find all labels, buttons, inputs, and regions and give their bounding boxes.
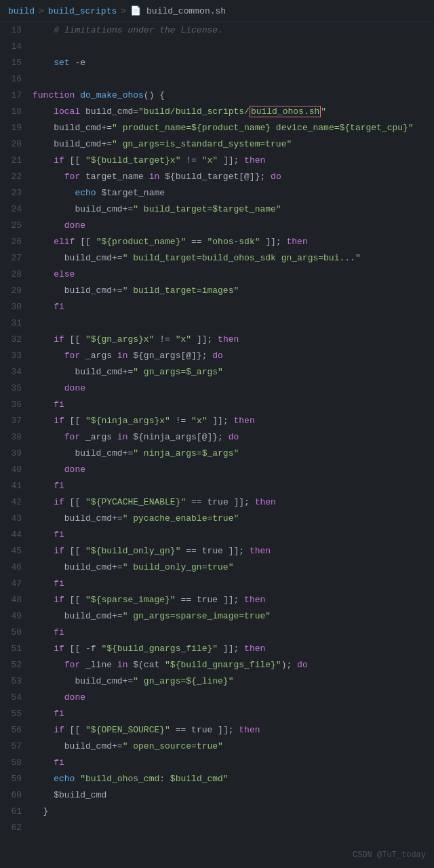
breadcrumb-part2[interactable]: build_scripts [48, 6, 117, 16]
line-number: 22 [0, 170, 33, 184]
line-content: build_cmd+=" gn_args=$_args" [33, 365, 434, 380]
line-content: done [33, 690, 434, 705]
line-number: 51 [0, 642, 33, 656]
line-number: 52 [0, 658, 33, 673]
code-line: 45 if [[ "${build_only_gn}" == true ]]; … [0, 543, 434, 559]
line-number: 18 [0, 104, 33, 119]
line-content: if [[ "${ninja_args}x" != "x" ]]; then [33, 414, 434, 429]
code-line: 54 done [0, 690, 434, 706]
code-line: 29 build_cmd+=" build_target=images" [0, 283, 434, 299]
code-line: 25 done [0, 218, 434, 234]
line-content: build_cmd+=" build_only_gn=true" [33, 560, 434, 575]
line-content: echo "build_ohos_cmd: $build_cmd" [33, 772, 434, 787]
code-line: 59 echo "build_ohos_cmd: $build_cmd" [0, 771, 434, 787]
line-content: if [[ "${gn_args}x" != "x" ]]; then [33, 332, 434, 347]
code-line: 44 fi [0, 527, 434, 543]
line-number: 43 [0, 511, 33, 526]
line-content: build_cmd+=" product_name=${product_name… [33, 121, 434, 136]
code-line: 15 set -e [0, 55, 434, 71]
line-number: 60 [0, 788, 33, 803]
line-number: 53 [0, 674, 33, 689]
line-number: 54 [0, 690, 33, 705]
line-content [33, 316, 434, 331]
line-content: done [33, 462, 434, 477]
line-content: # limitations under the License. [33, 23, 434, 38]
line-content: if [[ -f "${build_gnargs_file}" ]]; then [33, 642, 434, 656]
code-line: 50 fi [0, 625, 434, 641]
line-number: 15 [0, 56, 33, 71]
line-number: 49 [0, 609, 33, 624]
line-number: 34 [0, 365, 33, 380]
line-content: build_cmd+=" gn_args=sparse_image=true" [33, 609, 434, 624]
line-number: 57 [0, 739, 33, 754]
line-content: if [[ "${build_only_gn}" == true ]]; the… [33, 544, 434, 559]
line-content: build_cmd+=" build_target=$target_name" [33, 202, 434, 217]
code-line: 23 echo $target_name [0, 185, 434, 201]
line-content: fi [33, 755, 434, 770]
line-number: 32 [0, 332, 33, 347]
code-line: 55 fi [0, 706, 434, 722]
code-line: 24 build_cmd+=" build_target=$target_nam… [0, 201, 434, 218]
line-number: 29 [0, 283, 33, 298]
line-number: 38 [0, 430, 33, 445]
line-number: 47 [0, 576, 33, 591]
code-line: 47 fi [0, 576, 434, 592]
code-line: 51 if [[ -f "${build_gnargs_file}" ]]; t… [0, 641, 434, 657]
code-line: 13 # limitations under the License. [0, 22, 434, 39]
code-line: 42 if [[ "${PYCACHE_ENABLE}" == true ]];… [0, 494, 434, 511]
line-number: 33 [0, 349, 33, 363]
line-number: 14 [0, 39, 33, 54]
code-line: 38 for _args in ${ninja_args[@]}; do [0, 429, 434, 446]
line-number: 16 [0, 72, 33, 87]
line-number: 35 [0, 381, 33, 396]
line-content: fi [33, 300, 434, 315]
line-content: if [[ "${OPEN_SOURCE}" == true ]]; then [33, 723, 434, 738]
code-line: 14 [0, 39, 434, 55]
line-content: build_cmd+=" build_target=images" [33, 283, 434, 298]
breadcrumb-sep1: > [39, 6, 44, 16]
code-line: 46 build_cmd+=" build_only_gn=true" [0, 559, 434, 576]
line-number: 30 [0, 300, 33, 315]
line-number: 19 [0, 121, 33, 136]
breadcrumb-sep2: > [121, 6, 126, 16]
code-line: 36 fi [0, 397, 434, 413]
code-line: 19 build_cmd+=" product_name=${product_n… [0, 120, 434, 136]
line-content: $build_cmd [33, 788, 434, 803]
code-line: 26 elif [[ "${product_name}" == "ohos-sd… [0, 234, 434, 250]
line-content: fi [33, 528, 434, 542]
code-line: 17function do_make_ohos() { [0, 87, 434, 104]
line-content: build_cmd+=" pycache_enable=true" [33, 511, 434, 526]
line-number: 48 [0, 593, 33, 608]
line-number: 46 [0, 560, 33, 575]
code-line: 62 [0, 820, 434, 836]
code-line: 37 if [[ "${ninja_args}x" != "x" ]]; the… [0, 413, 434, 429]
line-number: 56 [0, 723, 33, 738]
breadcrumb-part1[interactable]: build [8, 6, 35, 16]
line-content: else [33, 267, 434, 282]
code-line: 49 build_cmd+=" gn_args=sparse_image=tru… [0, 608, 434, 625]
line-number: 61 [0, 804, 33, 819]
line-number: 58 [0, 755, 33, 770]
line-number: 13 [0, 23, 33, 38]
line-content: elif [[ "${product_name}" == "ohos-sdk" … [33, 235, 434, 250]
code-line: 53 build_cmd+=" gn_args=${_line}" [0, 673, 434, 690]
line-number: 28 [0, 267, 33, 282]
line-number: 39 [0, 446, 33, 461]
line-content [33, 39, 434, 54]
line-content: fi [33, 479, 434, 494]
line-content: for _line in $(cat "${build_gnargs_file}… [33, 658, 434, 673]
line-content: if [[ "${build_target}x" != "x" ]]; then [33, 153, 434, 168]
line-content: done [33, 381, 434, 396]
line-content: fi [33, 397, 434, 412]
line-content: for target_name in ${build_target[@]}; d… [33, 170, 434, 184]
line-content: fi [33, 625, 434, 640]
watermark: CSDN @TuT_today [353, 850, 426, 860]
line-content [33, 821, 434, 835]
line-content: build_cmd+=" build_target=build_ohos_sdk… [33, 251, 434, 266]
code-line: 35 done [0, 380, 434, 397]
line-content: if [[ "${PYCACHE_ENABLE}" == true ]]; th… [33, 495, 434, 510]
line-number: 62 [0, 821, 33, 835]
line-content: build_cmd+=" gn_args=${_line}" [33, 674, 434, 689]
code-line: 18 local build_cmd="build/build_scripts/… [0, 104, 434, 120]
line-number: 44 [0, 528, 33, 542]
